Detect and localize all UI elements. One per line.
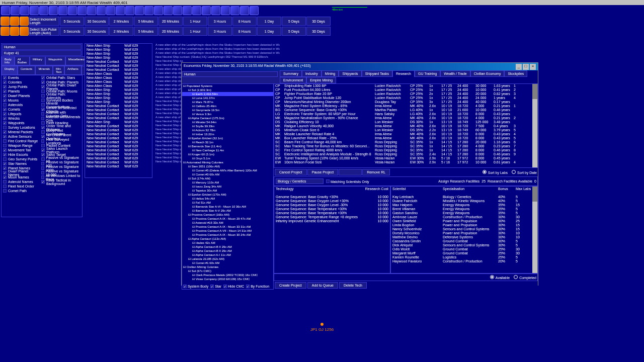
toolbar-icon-9[interactable] bbox=[87, 6, 96, 15]
tree-item[interactable]: ⊟ Callisto 25.46m bbox=[182, 104, 273, 108]
filter-row[interactable]: Hide Escorts bbox=[2, 152, 40, 157]
event-list[interactable]: New Alien ShipWolf 629New Alien ShipWolf… bbox=[85, 43, 152, 178]
filter-row[interactable]: Dwarf Planets bbox=[2, 94, 40, 98]
time-button[interactable]: 8 Hours bbox=[232, 17, 257, 26]
econ-tab[interactable]: Shipyard Tasks bbox=[362, 70, 392, 77]
tree-item[interactable]: ⊟ Barnards Star (11.4m) bbox=[182, 144, 273, 148]
tree-item[interactable]: ⊟ Civilian Mining Colonies bbox=[182, 265, 273, 269]
event-row[interactable]: New Neutral ContactWolf 629 bbox=[85, 152, 152, 156]
maximize-button[interactable]: □ bbox=[523, 64, 529, 70]
event-row[interactable]: New Neutral ContactWolf 629 bbox=[85, 124, 152, 128]
filter-row[interactable]: Jump Points bbox=[2, 84, 40, 89]
toolbar-icon-14[interactable] bbox=[135, 6, 144, 15]
event-row[interactable]: New Neutral ContactWolf 629 bbox=[85, 128, 152, 132]
project-button[interactable]: Remove RL bbox=[362, 169, 390, 175]
display-tab[interactable]: Minerals bbox=[35, 66, 53, 75]
scientist-row[interactable]: Kay LeinbachBiology / Genetics40%5 bbox=[391, 195, 537, 199]
econ-tab[interactable]: Mining bbox=[321, 70, 339, 77]
display-tab[interactable]: Artifacts bbox=[64, 66, 82, 75]
tree-filter[interactable]: Star bbox=[210, 285, 221, 288]
research-row[interactable]: LGElectronic Transfer System: 80 MSP per… bbox=[274, 112, 537, 116]
time-button[interactable]: 3 Hours bbox=[208, 17, 232, 26]
tree-item[interactable]: ⊟ Clark Precious Metals (2002 TC302) 16x… bbox=[182, 273, 273, 277]
tree-item[interactable]: ⊟ Ganymede 19.5m bbox=[182, 108, 273, 112]
tree-item[interactable]: ⊟ Epsilon Eridani (170x AM) bbox=[182, 193, 273, 197]
toolbar-icon-22[interactable] bbox=[211, 6, 220, 15]
filter-row[interactable]: Dwarf Planet Names bbox=[2, 170, 40, 175]
event-row[interactable]: New Neutral ContactWolf 629 bbox=[85, 104, 152, 108]
event-row[interactable]: New Neutral ContactWolf 629 bbox=[85, 112, 152, 116]
display-tab[interactable]: All Bodies bbox=[15, 56, 30, 65]
toolbar-icon-0[interactable] bbox=[1, 6, 10, 15]
time-button[interactable]: 20 Minutes bbox=[158, 17, 183, 26]
tree-item[interactable]: ⊟ Sol (174x AM) bbox=[182, 176, 273, 180]
econ-tab[interactable]: Civilian Economy bbox=[470, 70, 505, 77]
event-row[interactable]: New Alien ShipWolf 629 bbox=[85, 96, 152, 100]
event-row[interactable]: New Neutral ContactWolf 629 bbox=[85, 64, 152, 68]
event-row[interactable]: New Alien ShipWolf 629 bbox=[85, 92, 152, 96]
event-row[interactable]: New Neutral ContactWolf 629 bbox=[85, 148, 152, 152]
scientist-row[interactable]: Kareen RounetteLogistics25%5 bbox=[391, 255, 537, 259]
tree-item[interactable]: ⊟ Hades 42x AM bbox=[182, 241, 273, 245]
scientist-row[interactable]: Dick AhlquistSensors and Control Systems… bbox=[391, 243, 537, 247]
filter-row[interactable]: Waypoints bbox=[2, 121, 40, 125]
scientist-row[interactable]: Margaret MurffGround Combat25%30 bbox=[391, 251, 537, 255]
toolbar-icon-10[interactable] bbox=[97, 6, 106, 15]
tree-item[interactable]: ⊟ Mercury 110x AM bbox=[182, 180, 273, 185]
time-arrow[interactable] bbox=[1, 27, 10, 36]
scientist-row[interactable]: Dorsey McconicoPower and Propulsion30%10 bbox=[391, 231, 537, 235]
tech-row[interactable]: Genome Sequence: Temperature Range +8 de… bbox=[274, 215, 390, 219]
toolbar-icon-18[interactable] bbox=[173, 6, 182, 15]
event-row[interactable]: New Neutral ContactWolf 629 bbox=[85, 160, 152, 164]
filter-row[interactable]: Colonies bbox=[2, 80, 40, 84]
filter-row[interactable]: Star Names bbox=[2, 161, 40, 166]
filter-row[interactable]: Weapon Range bbox=[2, 143, 40, 148]
tree-item[interactable]: ⊟ Automated Mining Colonies bbox=[182, 160, 273, 164]
filter-row[interactable]: Survey Locations bbox=[2, 125, 40, 130]
colony-tree[interactable]: ⊟ Populated Systems⊟ Sol (2,602.3m)⊟ Ear… bbox=[182, 83, 274, 290]
tree-item[interactable]: ⊟ Comet #5 (Delete AM's After Barren) 12… bbox=[182, 168, 273, 172]
filter-row[interactable]: Asteroids bbox=[2, 103, 40, 107]
scientist-row[interactable]: Owen SinkfieldPower and Propulsion30%25 bbox=[391, 219, 537, 223]
research-row[interactable]: CPJump Point Stabilisation Module 120Luc… bbox=[274, 96, 537, 100]
event-row[interactable]: New Alien ShipWolf 629 bbox=[85, 48, 152, 52]
filter-row[interactable]: Events bbox=[2, 75, 40, 80]
scientist-list[interactable]: ScientistSpecialisationBonusMax Labs Kay… bbox=[390, 186, 538, 274]
filter-row[interactable]: Keep Tactical in Background bbox=[40, 179, 82, 184]
tree-item[interactable]: ⊟ Luna 141.37m bbox=[182, 96, 273, 100]
event-row[interactable]: New Alien ShipWolf 629 bbox=[85, 44, 152, 48]
filter-row[interactable]: Orbital Path: Dwarf Planets bbox=[40, 84, 82, 89]
research-row[interactable]: EW10cm Meson Focal SizeVesla HazanEW 30%… bbox=[274, 160, 537, 164]
close-button[interactable]: × bbox=[530, 64, 536, 70]
event-row[interactable]: New Alien ShipWolf 629 bbox=[85, 88, 152, 92]
econ-race-dropdown[interactable]: Human bbox=[182, 71, 278, 77]
scientist-row[interactable]: Brent VillamanEnergy Weapons35%5 bbox=[391, 207, 537, 211]
time-button[interactable]: 30 Seconds bbox=[85, 27, 109, 36]
sort-date-radio[interactable]: Sort by Date bbox=[512, 170, 537, 174]
tech-row[interactable]: Genome Sequence: Base Temperature +30%10… bbox=[274, 207, 390, 211]
tree-item[interactable]: ⊟ Lalande 21185 (62x AM) bbox=[182, 257, 273, 261]
time-button[interactable]: 5 Minutes bbox=[134, 27, 158, 36]
filter-row[interactable]: Fire Control Range bbox=[2, 139, 40, 143]
research-row[interactable]: SCElectronic Intelligence and Analysis M… bbox=[274, 152, 537, 156]
event-row[interactable]: New Alien ShipWolf 629 bbox=[85, 120, 152, 124]
tree-filter[interactable]: By Function bbox=[246, 285, 269, 288]
tree-item[interactable]: ⊟ Proxima Centauri A-VII - Moon 14 31x A… bbox=[182, 229, 273, 233]
tree-item[interactable]: ⊟ Minatar 54.64m bbox=[182, 120, 273, 124]
display-tab[interactable]: Body Info bbox=[2, 56, 15, 65]
econ-tab[interactable]: Industry bbox=[302, 70, 321, 77]
sort-labs-radio[interactable]: Sort by Labs bbox=[482, 170, 508, 174]
filter-row[interactable]: Comets bbox=[2, 107, 40, 112]
tree-item[interactable]: ⊟ Proxima Centauri (166x AM) bbox=[182, 213, 273, 217]
research-row[interactable]: EWTurret Tracking Speed (10% Gear) 10,00… bbox=[274, 156, 537, 160]
tree-item[interactable]: ⊟ Earth 2,416.59m bbox=[182, 92, 273, 96]
filter-row[interactable]: Mineral Packets bbox=[2, 130, 40, 134]
tree-item[interactable]: ⊟ Asteroid #15 33x AM bbox=[182, 221, 273, 225]
research-row[interactable]: MKMissile Launcher Reload Rate 4Irma Atr… bbox=[274, 132, 537, 136]
research-row[interactable]: DSCloaking Efficiency 10Lon MeskerDS 30%… bbox=[274, 120, 537, 124]
display-tab[interactable]: Min Text bbox=[53, 66, 64, 75]
display-tab[interactable]: Display bbox=[2, 66, 18, 75]
tree-item[interactable]: ⊟ Alpha Centauri A-I 11x AM bbox=[182, 253, 273, 257]
econ-tab[interactable]: Shipyards bbox=[339, 70, 361, 77]
econ-tab[interactable]: Environment bbox=[280, 77, 306, 83]
